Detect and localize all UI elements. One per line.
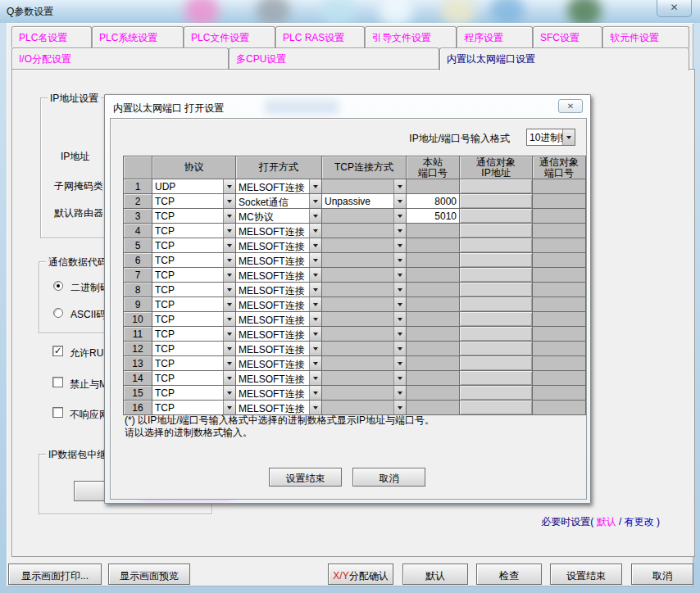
chevron-down-icon	[393, 371, 406, 385]
protocol-combobox[interactable]: TCP	[152, 209, 235, 223]
display-preview-button[interactable]: 显示画面预览	[108, 564, 190, 585]
cancel-button[interactable]: 取消	[631, 564, 693, 585]
dialog-close-button[interactable]: ✕	[558, 99, 583, 113]
protocol-combobox[interactable]: TCP	[152, 283, 235, 296]
chevron-down-icon	[393, 342, 406, 355]
open-system-combobox[interactable]: MELSOFT连接	[236, 371, 321, 385]
protocol-combobox[interactable]: TCP	[152, 371, 235, 385]
protocol-combobox[interactable]: TCP	[152, 268, 235, 282]
dest-port-cell	[533, 401, 586, 415]
default-link[interactable]: 默认	[597, 516, 616, 527]
col-header-host-port: 本站 端口号	[407, 156, 460, 179]
setting-end-button[interactable]: 设置结束	[550, 564, 622, 585]
host-port-cell[interactable]: 8000	[407, 194, 460, 209]
q-parameter-window: Q参数设置 ✕ PLC名设置 PLC系统设置 PLC文件设置 PLC RAS设置…	[0, 0, 700, 593]
open-system-combobox[interactable]: MELSOFT连接	[236, 179, 321, 193]
glass-blob	[490, 0, 525, 23]
protocol-combobox[interactable]: TCP	[152, 253, 235, 267]
tab-device[interactable]: 软元件设置	[602, 26, 689, 48]
host-port-cell	[407, 297, 460, 312]
open-system-combobox[interactable]: MELSOFT连接	[236, 224, 321, 238]
dest-port-cell	[533, 238, 586, 253]
protocol-combobox[interactable]: TCP	[152, 312, 235, 326]
row-number: 5	[124, 238, 152, 253]
dialog-body: IP地址/端口号输入格式 10进制数 协议 打开方式 TCP连接方式 本站 端口…	[110, 118, 587, 500]
chevron-down-icon	[223, 297, 235, 311]
tab-plc-system[interactable]: PLC系统设置	[92, 26, 184, 48]
check-button[interactable]: 检查	[476, 564, 542, 585]
tab-plc-ras[interactable]: PLC RAS设置	[275, 26, 365, 48]
protocol-combobox[interactable]: TCP	[152, 238, 235, 252]
chevron-down-icon	[223, 238, 235, 252]
dest-ip-cell	[460, 253, 533, 268]
format-combobox[interactable]: 10进制数	[526, 129, 575, 146]
open-system-combobox[interactable]: MC协议	[236, 209, 321, 223]
binary-radio[interactable]	[53, 281, 63, 291]
open-system-combobox[interactable]: MELSOFT连接	[236, 268, 321, 282]
open-system-combobox[interactable]: MELSOFT连接	[236, 312, 321, 326]
protocol-combobox[interactable]: TCP	[152, 342, 235, 355]
tab-sfc[interactable]: SFC设置	[533, 26, 602, 48]
tcp-connection-combobox	[322, 209, 406, 223]
open-system-combobox[interactable]: MELSOFT连接	[236, 356, 321, 370]
table-header-row: 协议 打开方式 TCP连接方式 本站 端口号 通信对象 IP地址 通信对象 端口…	[124, 156, 586, 179]
changed-link[interactable]: 有更改	[625, 516, 654, 527]
open-system-combobox[interactable]: Socket通信	[236, 194, 321, 208]
disable-melsoft-checkbox[interactable]	[52, 377, 63, 387]
dest-ip-cell	[460, 238, 533, 253]
open-system-combobox[interactable]: MELSOFT连接	[236, 342, 321, 355]
open-system-combobox[interactable]: MELSOFT连接	[236, 327, 321, 341]
open-system-combobox[interactable]: MELSOFT连接	[236, 401, 321, 414]
chevron-down-icon	[309, 238, 321, 252]
protocol-combobox[interactable]: TCP	[152, 386, 235, 400]
open-system-combobox[interactable]: MELSOFT连接	[236, 283, 321, 296]
xy-assignment-confirm-button[interactable]: X/Y分配确认	[328, 564, 393, 585]
no-response-checkbox[interactable]	[52, 407, 63, 418]
tab-boot-file[interactable]: 引导文件设置	[365, 26, 457, 48]
chevron-down-icon	[309, 356, 321, 370]
open-system-combobox[interactable]: MELSOFT连接	[236, 253, 321, 267]
dest-port-cell	[533, 371, 586, 386]
dest-port-cell	[533, 224, 586, 238]
tab-multi-cpu[interactable]: 多CPU设置	[229, 48, 439, 69]
dialog-ok-button[interactable]: 设置结束	[269, 468, 342, 487]
dialog-cancel-button[interactable]: 取消	[352, 468, 425, 487]
tab-plc-name[interactable]: PLC名设置	[11, 26, 92, 48]
open-system-combobox[interactable]: MELSOFT连接	[236, 386, 321, 400]
protocol-combobox[interactable]: TCP	[152, 194, 235, 208]
host-port-cell[interactable]: 5010	[407, 209, 460, 224]
table-row: 12 TCP MELSOFT连接	[124, 342, 586, 356]
protocol-combobox[interactable]: TCP	[152, 297, 235, 311]
row-number: 16	[124, 401, 152, 415]
window-close-button[interactable]: ✕	[657, 0, 692, 17]
table-row: 1 UDP MELSOFT连接	[124, 179, 586, 194]
protocol-combobox[interactable]: TCP	[152, 224, 235, 238]
allow-run-write-checkbox[interactable]: ✓	[52, 346, 63, 356]
protocol-combobox[interactable]: UDP	[152, 179, 235, 193]
host-port-cell	[407, 179, 460, 194]
protocol-combobox[interactable]: TCP	[152, 356, 235, 370]
dest-port-cell	[533, 297, 586, 312]
tab-builtin-ethernet[interactable]: 内置以太网端口设置	[439, 48, 689, 70]
table-row: 3 TCP MC协议 5010	[124, 209, 586, 224]
tab-io-assignment[interactable]: I/O分配设置	[11, 48, 229, 69]
protocol-combobox[interactable]: TCP	[152, 401, 235, 414]
protocol-combobox[interactable]: TCP	[152, 327, 235, 341]
tcp-connection-combobox	[322, 312, 406, 326]
col-header-index	[124, 156, 152, 179]
ascii-radio[interactable]	[53, 308, 63, 318]
tcp-connection-combobox	[322, 401, 406, 414]
tab-plc-file[interactable]: PLC文件设置	[184, 26, 275, 48]
default-button[interactable]: 默认	[402, 564, 468, 585]
chevron-down-icon	[223, 268, 235, 282]
host-port-cell	[407, 312, 460, 327]
glass-ghost	[265, 100, 339, 115]
table-row: 10 TCP MELSOFT连接	[124, 312, 586, 327]
tcp-connection-combobox[interactable]: Unpassive	[322, 194, 406, 208]
tab-program[interactable]: 程序设置	[457, 26, 533, 48]
chevron-down-icon	[309, 194, 321, 208]
open-system-combobox[interactable]: MELSOFT连接	[236, 297, 321, 311]
display-print-button[interactable]: 显示画面打印...	[8, 564, 102, 585]
chevron-down-icon	[223, 224, 235, 238]
open-system-combobox[interactable]: MELSOFT连接	[236, 238, 321, 252]
